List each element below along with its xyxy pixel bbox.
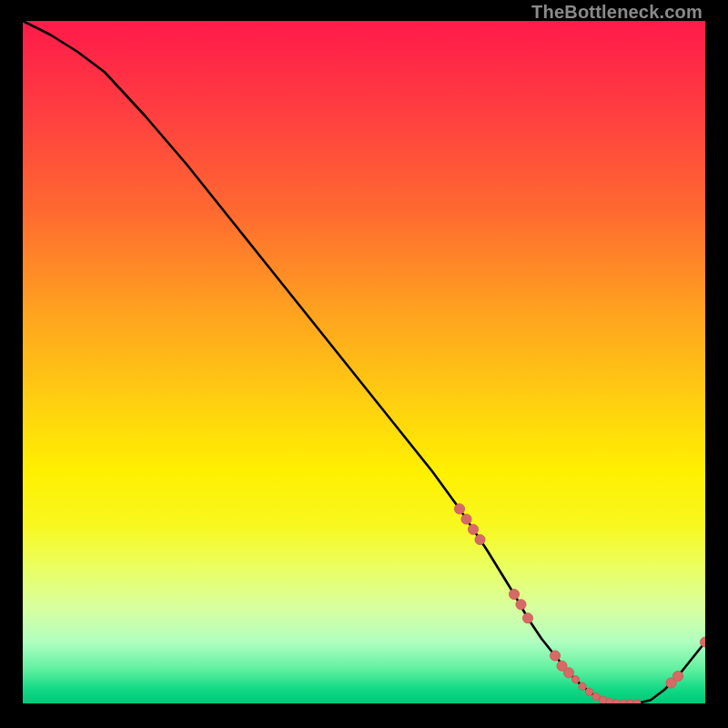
data-marker — [468, 524, 478, 534]
data-marker — [579, 682, 586, 690]
data-marker — [563, 668, 573, 678]
data-marker — [461, 514, 471, 524]
marker-layer — [454, 504, 705, 703]
curve-layer — [23, 21, 705, 703]
data-marker — [454, 504, 464, 514]
data-marker — [626, 700, 633, 703]
data-marker — [612, 699, 620, 703]
data-marker — [592, 693, 600, 700]
data-marker — [475, 534, 485, 544]
data-marker — [571, 676, 579, 683]
data-marker — [516, 600, 526, 610]
bottleneck-curve — [23, 21, 705, 703]
data-marker — [522, 613, 532, 623]
chart-svg — [23, 21, 705, 703]
watermark-label: TheBottleneck.com — [531, 2, 703, 23]
data-marker — [620, 700, 627, 703]
data-marker — [633, 700, 641, 703]
chart-stage: TheBottleneck.com — [0, 0, 728, 728]
data-marker — [550, 651, 560, 661]
data-marker — [509, 589, 519, 599]
data-marker — [672, 671, 682, 681]
data-marker — [585, 688, 592, 695]
